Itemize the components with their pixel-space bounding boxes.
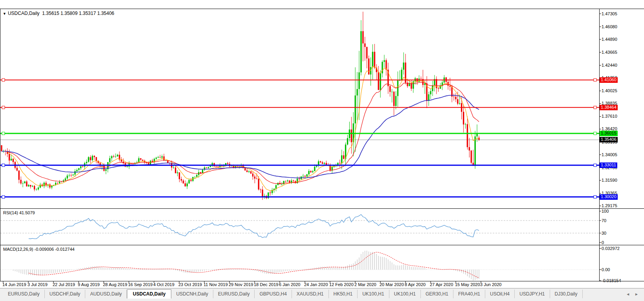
tab-usdcad-daily[interactable]: USDCAD,Daily (127, 289, 171, 299)
date-axis-label: 29 Nov 2019 (229, 282, 253, 287)
tab-usdchf-daily[interactable]: USDCHF,Daily (45, 290, 86, 298)
tab-usdcnh-daily[interactable]: USDCNH,Daily (171, 290, 213, 298)
date-axis-label: 3 Jul 2019 (28, 282, 48, 287)
hline-handle[interactable] (2, 132, 5, 135)
tab-scroll-right-icon[interactable]: ► (635, 292, 638, 296)
date-axis-label: 18 Dec 2019 (254, 282, 278, 287)
macd-axis-tick: 0.032972 (602, 246, 620, 251)
date-axis-label: 28 Aug 2019 (103, 282, 127, 287)
date-axis-label: 8 Apr 2020 (405, 282, 426, 287)
price-axis-tick: 1.40025 (602, 88, 617, 93)
tab-usdjpy-h1[interactable]: USDJPY,H1 (515, 290, 550, 298)
price-axis-tick: 1.37610 (602, 114, 617, 119)
tab-gbpusd-h4[interactable]: GBPUSD,H4 (255, 290, 292, 298)
price-axis-tick: 1.29175 (602, 203, 617, 208)
hline-price-label: 1.38464 (600, 105, 618, 110)
date-axis-label: 11 Nov 2019 (204, 282, 228, 287)
current-price-label: 1.35406 (600, 137, 618, 142)
chart-canvas[interactable] (0, 0, 644, 288)
macd-axis-tick: -0.018154 (602, 278, 621, 283)
rsi-axis-tick: 30 (602, 231, 606, 236)
tab-scroll-left-icon[interactable]: ◄ (626, 292, 630, 296)
hline-handle[interactable] (594, 78, 596, 81)
tab-uk100-h1[interactable]: UK100,H1 (389, 290, 421, 298)
rsi-axis-tick: 100 (602, 209, 609, 214)
price-axis-tick: 1.46080 (602, 24, 617, 29)
rsi-axis-tick: 0 (602, 240, 604, 245)
hline-handle[interactable] (594, 164, 596, 167)
chart-symbol-period: USDCAD,Daily (8, 11, 40, 16)
hline-price-label: 1.33011 (600, 162, 617, 168)
price-axis-tick: 1.47305 (602, 11, 617, 16)
tab-fra40-h1[interactable]: FRA40,H1 (453, 290, 485, 298)
tab-xauusd-h1[interactable]: XAUUSD,H1 (292, 290, 329, 298)
collapse-triangle-icon[interactable]: ▼ (3, 12, 6, 16)
rsi-indicator-label: RSI(14) 41.5079 (3, 210, 35, 215)
date-axis-label: 16 Sep 2019 (128, 282, 152, 287)
date-axis-label: 20 Mar 2020 (380, 282, 404, 287)
tab-dj30-daily[interactable]: DJ30,Daily (550, 290, 583, 298)
macd-axis-tick: 0.00 (602, 267, 610, 272)
hline-handle[interactable] (2, 195, 5, 198)
hline-handle[interactable] (2, 106, 5, 109)
tab-eurusd-daily[interactable]: EURUSD,Daily (3, 290, 45, 298)
date-axis-label: 15 May 2020 (455, 282, 480, 287)
chart-tab-bar: EURUSD,DailyUSDCHF,DailyAUDUSD,DailyUSDC… (0, 288, 644, 299)
hline-handle[interactable] (2, 164, 5, 167)
hline-handle[interactable] (594, 132, 596, 135)
tab-ger30-h1[interactable]: GER30,H1 (421, 290, 453, 298)
tab-hk50-h1[interactable]: HK50,H1 (329, 290, 358, 298)
rsi-axis-tick: 70 (602, 218, 606, 223)
bottom-strip (0, 299, 644, 301)
chart-ohlc-values: 1.35615 1.35809 1.35317 1.35406 (42, 11, 114, 16)
price-axis-tick: 1.31590 (602, 178, 617, 183)
date-axis-label: 9 Aug 2019 (78, 282, 100, 287)
price-axis-tick: 1.44890 (602, 37, 617, 42)
tab-audusd-daily[interactable]: AUDUSD,Daily (85, 290, 127, 298)
price-axis-tick: 1.42440 (602, 63, 617, 68)
price-axis-tick: 1.43665 (602, 50, 617, 55)
macd-indicator-label: MACD(12,26,9) -0.009006 -0.012744 (3, 247, 75, 252)
hline-handle[interactable] (594, 195, 596, 198)
price-axis-tick: 1.34005 (602, 152, 617, 157)
tab-uk100-h1[interactable]: UK100,H1 (358, 290, 389, 298)
date-axis-label: 12 Feb 2020 (329, 282, 354, 287)
date-axis-label: 4 Oct 2019 (153, 282, 174, 287)
date-axis-label: 6 Jan 2020 (279, 282, 300, 287)
chart-title: ▼USDCAD,Daily 1.35615 1.35809 1.35317 1.… (3, 11, 114, 16)
date-axis-label: 2 Mar 2020 (354, 282, 376, 287)
hline-price-label: 1.30020 (600, 194, 618, 200)
date-axis-label: 3 Jun 2020 (480, 282, 501, 287)
date-axis-label: 24 Jan 2020 (304, 282, 328, 287)
date-axis-label: 27 Apr 2020 (430, 282, 453, 287)
hline-price-label: 1.36015 (600, 131, 618, 136)
tab-usoil-h4[interactable]: USOil,H4 (485, 290, 515, 298)
date-axis-label: 14 Jun 2019 (2, 282, 26, 287)
date-axis-label: 22 Jul 2019 (53, 282, 75, 287)
hline-price-label: 1.41060 (600, 77, 618, 83)
hline-handle[interactable] (2, 78, 5, 81)
date-axis-label: 23 Oct 2019 (178, 282, 202, 287)
hline-handle[interactable] (594, 106, 596, 109)
tab-eurusd-daily[interactable]: EURUSD,Daily (213, 290, 255, 298)
